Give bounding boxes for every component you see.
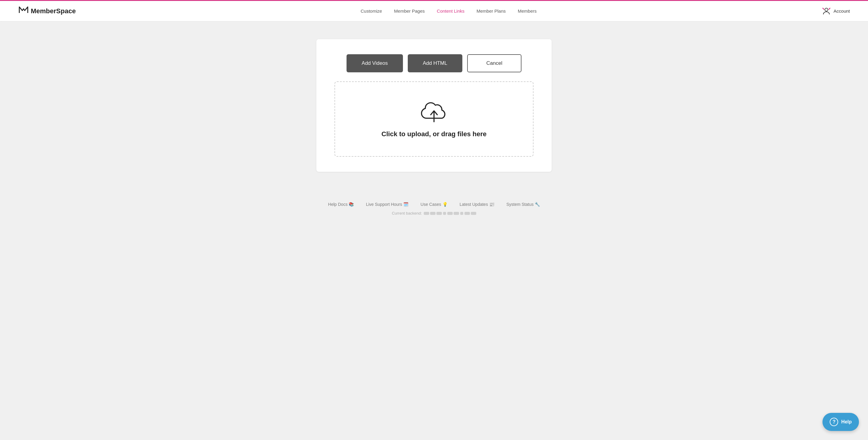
footer-help-docs[interactable]: Help Docs 📚 (328, 202, 354, 207)
help-button[interactable]: ? Help (823, 413, 859, 431)
footer-latest-updates-label: Latest Updates (460, 202, 488, 207)
footer-support-hours-emoji: 🗓️ (403, 202, 408, 207)
footer-latest-updates-emoji: 📰 (489, 202, 494, 207)
dot-3 (436, 212, 442, 215)
account-label: Account (834, 8, 850, 13)
action-buttons: Add Videos Add HTML Cancel (335, 54, 533, 72)
content-card: Add Videos Add HTML Cancel Click to uplo… (316, 39, 552, 172)
dot-1 (424, 212, 429, 215)
nav-member-plans[interactable]: Member Plans (476, 8, 506, 13)
account-icon (822, 6, 831, 16)
dot-6 (464, 212, 470, 215)
footer-use-cases[interactable]: Use Cases 💡 (421, 202, 447, 207)
footer-use-cases-label: Use Cases (421, 202, 441, 207)
dot-7 (471, 212, 476, 215)
logo-text: MemberSpace (31, 7, 76, 15)
footer-support-hours[interactable]: Live Support Hours 🗓️ (366, 202, 408, 207)
upload-dropzone[interactable]: Click to upload, or drag files here (335, 81, 533, 157)
nav-member-pages[interactable]: Member Pages (394, 8, 425, 13)
backend-value (424, 212, 476, 215)
cancel-button[interactable]: Cancel (467, 54, 522, 72)
footer: Help Docs 📚 Live Support Hours 🗓️ Use Ca… (0, 190, 868, 228)
svg-point-0 (825, 8, 828, 11)
footer-help-docs-label: Help Docs (328, 202, 348, 207)
footer-support-hours-label: Live Support Hours (366, 202, 402, 207)
backend-label: Current backend: (392, 211, 422, 215)
nav-content-links[interactable]: Content Links (437, 8, 464, 13)
main-content: Add Videos Add HTML Cancel Click to uplo… (0, 21, 868, 190)
footer-system-status[interactable]: System Status 🔧 (506, 202, 540, 207)
logo[interactable]: MemberSpace (18, 4, 76, 18)
header: MemberSpace Customize Member Pages Conte… (0, 0, 868, 21)
upload-text: Click to upload, or drag files here (381, 130, 487, 138)
footer-latest-updates[interactable]: Latest Updates 📰 (460, 202, 494, 207)
footer-links: Help Docs 📚 Live Support Hours 🗓️ Use Ca… (328, 202, 540, 207)
upload-cloud-icon (421, 100, 447, 124)
footer-help-docs-emoji: 📚 (349, 202, 354, 207)
footer-system-status-label: System Status (506, 202, 533, 207)
dot-sep (443, 212, 446, 215)
account-link[interactable]: Account (822, 6, 850, 16)
backend-info: Current backend: (392, 211, 476, 215)
help-label: Help (841, 419, 852, 425)
footer-use-cases-emoji: 💡 (442, 202, 447, 207)
help-circle-icon: ? (830, 418, 838, 426)
nav-members[interactable]: Members (518, 8, 537, 13)
add-videos-button[interactable]: Add Videos (346, 54, 403, 72)
footer-system-status-emoji: 🔧 (535, 202, 540, 207)
main-nav: Customize Member Pages Content Links Mem… (361, 8, 537, 14)
nav-customize[interactable]: Customize (361, 8, 382, 13)
logo-icon (18, 4, 29, 18)
dot-4 (447, 212, 453, 215)
dot-2 (430, 212, 435, 215)
dot-sep2 (460, 212, 463, 215)
add-html-button[interactable]: Add HTML (408, 54, 462, 72)
dot-5 (454, 212, 459, 215)
